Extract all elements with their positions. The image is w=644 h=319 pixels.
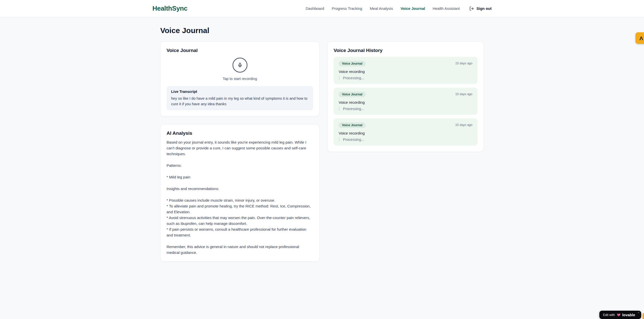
live-transcript-box: Live Transcript hey so like I do have a … — [167, 86, 313, 110]
left-column: Voice Journal Tap to start recording — [160, 41, 319, 262]
history-card: Voice Journal History Voice Journal 15 d… — [327, 41, 484, 152]
nav-item-voice-journal[interactable]: Voice Journal — [400, 6, 425, 11]
history-badge: Voice Journal — [339, 61, 366, 66]
mic-area: Tap to start recording — [167, 58, 313, 81]
nav-item-progress-tracking[interactable]: Progress Tracking — [332, 6, 362, 11]
lovable-edit-badge[interactable]: Edit with lovable × — [599, 311, 641, 319]
main-nav: Dashboard Progress Tracking Meal Analysi… — [306, 6, 492, 11]
voice-recorder-card: Voice Journal Tap to start recording — [160, 41, 319, 117]
main-content: Voice Journal Voice Journal — [160, 17, 484, 262]
history-entry-title: Voice recording — [339, 131, 472, 135]
live-transcript-title: Live Transcript — [171, 90, 309, 94]
record-button[interactable] — [233, 58, 247, 72]
browser-extension-badge[interactable]: Λ — [635, 32, 644, 44]
history-badge: Voice Journal — [339, 92, 366, 97]
nav-item-dashboard[interactable]: Dashboard — [306, 6, 324, 11]
history-status: Processing... — [339, 76, 472, 80]
history-entry-title: Voice recording — [339, 100, 472, 104]
history-timestamp: 15 days ago — [455, 92, 472, 96]
ai-analysis-body: Based on your journal entry, it sounds l… — [167, 139, 313, 255]
history-timestamp: 15 days ago — [455, 61, 472, 65]
sign-out-button[interactable]: Sign out — [469, 6, 492, 11]
history-status: Processing... — [339, 138, 472, 142]
nav-item-health-assistant[interactable]: Health Assistant — [433, 6, 460, 11]
history-timestamp: 15 days ago — [455, 122, 472, 127]
sign-out-label: Sign out — [476, 6, 492, 11]
close-icon[interactable]: × — [638, 311, 639, 314]
history-item-header: Voice Journal 15 days ago — [339, 61, 472, 66]
history-status: Processing... — [339, 107, 472, 111]
header: HealthSync Dashboard Progress Tracking M… — [0, 0, 644, 17]
history-badge: Voice Journal — [339, 122, 366, 128]
edit-with-label: Edit with — [603, 313, 615, 317]
content-grid: Voice Journal Tap to start recording — [160, 41, 484, 262]
ai-analysis-card: AI Analysis Based on your journal entry,… — [160, 124, 319, 262]
extension-icon: Λ — [639, 36, 643, 41]
lovable-brand-label: lovable — [622, 313, 635, 317]
history-item[interactable]: Voice Journal 15 days ago Voice recordin… — [334, 118, 477, 146]
history-item[interactable]: Voice Journal 15 days ago Voice recordin… — [334, 57, 477, 84]
logout-icon — [469, 6, 474, 11]
history-item[interactable]: Voice Journal 15 days ago Voice recordin… — [334, 88, 477, 115]
lovable-heart-icon — [617, 313, 621, 317]
history-card-title: Voice Journal History — [334, 48, 477, 53]
ai-analysis-title: AI Analysis — [167, 130, 313, 136]
live-transcript-text: hey so like I do have a mild pain in my … — [171, 96, 309, 107]
header-inner: HealthSync Dashboard Progress Tracking M… — [148, 5, 496, 12]
nav-item-meal-analysis[interactable]: Meal Analysis — [370, 6, 393, 11]
history-entry-title: Voice recording — [339, 69, 472, 74]
brand-logo[interactable]: HealthSync — [152, 5, 187, 12]
microphone-icon — [237, 63, 243, 68]
history-item-header: Voice Journal 15 days ago — [339, 92, 472, 97]
history-item-header: Voice Journal 15 days ago — [339, 122, 472, 128]
corner-extension-badge[interactable] — [642, 313, 644, 319]
page-title: Voice Journal — [160, 26, 484, 35]
recorder-card-title: Voice Journal — [167, 48, 313, 53]
tap-hint: Tap to start recording — [223, 77, 257, 81]
